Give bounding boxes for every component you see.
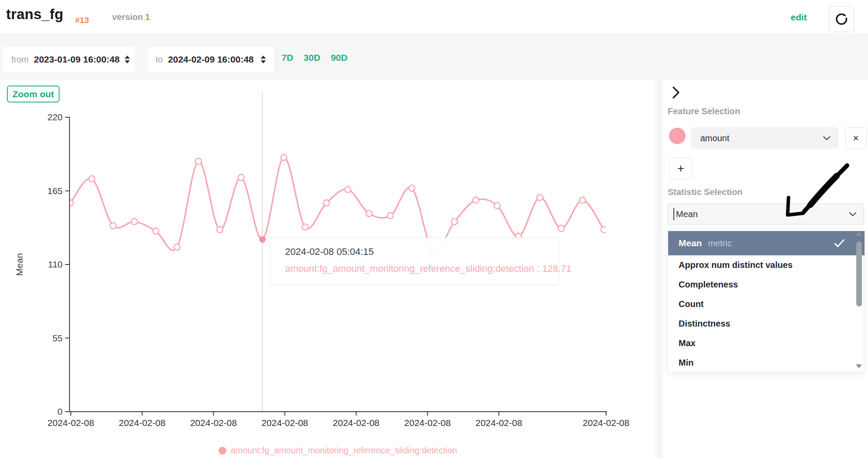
date-stepper-icon[interactable] — [261, 56, 266, 63]
statistic-select-value: Mean — [676, 209, 698, 219]
data-point-marker[interactable] — [131, 218, 137, 225]
dropdown-options-list: Approx num distinct valuesCompletenessCo… — [668, 255, 855, 373]
chevron-right-icon — [671, 85, 681, 100]
stepper-down-icon[interactable] — [261, 60, 266, 63]
data-point-marker[interactable] — [217, 227, 223, 233]
x-tick-label: 2024-02-08 — [475, 418, 522, 428]
x-tick-label: 2024-02-08 — [333, 418, 379, 428]
dropdown-option[interactable]: Min — [668, 353, 855, 373]
date-to-label: to — [156, 55, 163, 65]
dropdown-scrollbar[interactable] — [856, 232, 862, 368]
data-point-marker[interactable] — [323, 200, 329, 206]
dropdown-selected-label: Mean — [679, 238, 702, 248]
data-point-marker[interactable] — [67, 200, 73, 206]
version-value: 1 — [145, 12, 150, 22]
data-point-marker[interactable] — [152, 228, 159, 234]
y-tick-label: 55 — [53, 333, 63, 343]
feature-select[interactable]: amount — [691, 127, 838, 149]
range-7d-button[interactable]: 7D — [282, 53, 293, 63]
data-point-marker[interactable] — [473, 197, 479, 203]
text-caret — [673, 208, 674, 220]
statistic-select-input[interactable]: Mean — [668, 204, 864, 225]
remove-feature-button[interactable]: × — [845, 127, 867, 149]
data-point-marker[interactable] — [451, 218, 457, 225]
dropdown-selected-tag: metric — [708, 238, 732, 248]
app-header: trans_fg #13 version 1 edit — [0, 0, 868, 34]
edit-button[interactable]: edit — [791, 12, 807, 23]
data-point-marker[interactable] — [195, 159, 202, 165]
stepper-up-icon[interactable] — [261, 56, 266, 59]
dropdown-option-selected[interactable]: Mean metric — [668, 231, 865, 255]
range-30d-button[interactable]: 30D — [304, 53, 321, 63]
checkmark-icon — [833, 238, 845, 248]
x-tick-label: 2024-02-08 — [119, 418, 165, 428]
scroll-down-icon[interactable] — [856, 364, 862, 368]
date-to-input[interactable]: to 2024-02-09 16:00:48 — [148, 47, 274, 72]
scroll-up-icon[interactable] — [856, 232, 862, 236]
dropdown-option[interactable]: Approx num distinct values — [668, 255, 855, 275]
date-stepper-icon[interactable] — [125, 56, 130, 63]
data-point-marker[interactable] — [174, 244, 180, 250]
feature-selection-label: Feature Selection — [668, 106, 740, 116]
range-90d-button[interactable]: 90D — [331, 53, 348, 63]
statistic-selection-label: Statistic Selection — [668, 187, 742, 197]
x-tick-label: 2024-02-08 — [404, 418, 451, 428]
data-point-marker[interactable] — [601, 227, 607, 233]
y-axis-title: Mean — [14, 253, 24, 276]
chart-legend[interactable]: amount:fg_amount_monitoring_reference_sl… — [70, 446, 606, 456]
collapse-sidebar-button[interactable] — [671, 85, 685, 100]
data-point-marker[interactable] — [89, 176, 95, 182]
data-point-marker[interactable] — [110, 223, 116, 229]
dropdown-option[interactable]: Max — [668, 334, 855, 353]
settings-sidebar: Feature Selection amount × + Statistic S… — [663, 79, 868, 459]
date-to-value: 2024-02-09 16:00:48 — [168, 54, 254, 65]
data-point-marker[interactable] — [494, 202, 500, 208]
dropdown-option[interactable]: Distinctness — [668, 314, 855, 334]
stepper-up-icon[interactable] — [125, 56, 130, 59]
legend-label: amount:fg_amount_monitoring_reference_sl… — [231, 446, 457, 456]
dropdown-option[interactable]: Count — [668, 294, 855, 314]
scrollbar-thumb[interactable] — [856, 241, 862, 307]
chevron-down-icon — [823, 136, 831, 141]
refresh-icon — [834, 12, 849, 26]
y-tick-label: 110 — [48, 259, 63, 269]
version-label: version — [112, 12, 143, 22]
tooltip-series-value: amount:fg_amount_monitoring_reference_sl… — [285, 263, 544, 274]
data-point-marker[interactable] — [537, 195, 543, 201]
data-point-marker[interactable] — [580, 197, 586, 203]
selected-data-point[interactable] — [259, 236, 266, 243]
refresh-button[interactable] — [829, 6, 854, 32]
chart-panel: Zoom out 055110165220Mean2024-02-082024-… — [0, 79, 655, 459]
feature-select-value: amount — [700, 133, 729, 143]
data-point-marker[interactable] — [388, 213, 394, 219]
data-point-marker[interactable] — [281, 154, 287, 160]
y-tick-label: 220 — [47, 112, 63, 122]
feature-group-id-badge: #13 — [75, 16, 89, 25]
tooltip-timestamp: 2024-02-08 05:04:15 — [285, 246, 544, 258]
stepper-down-icon[interactable] — [125, 60, 130, 63]
x-tick-label: 2024-02-08 — [190, 418, 237, 428]
quick-range-group: 7D 30D 90D — [282, 53, 348, 63]
page-title: trans_fg — [6, 6, 63, 23]
add-feature-button[interactable]: + — [669, 158, 692, 179]
x-tick-label: 2024-02-08 — [262, 418, 308, 428]
chevron-down-icon — [849, 212, 857, 217]
legend-dot-icon — [219, 447, 226, 455]
data-point-marker[interactable] — [409, 185, 415, 191]
data-point-marker[interactable] — [558, 225, 564, 231]
data-point-marker[interactable] — [345, 186, 351, 192]
x-tick-label: 2024-02-08 — [583, 418, 629, 428]
series-color-dot — [669, 128, 686, 144]
data-point-marker[interactable] — [366, 211, 372, 217]
page-background: from 2023-01-09 16:00:48 to 2024-02-09 1… — [0, 34, 868, 459]
y-tick-label: 165 — [47, 186, 63, 196]
date-from-value: 2023-01-09 16:00:48 — [34, 54, 119, 65]
data-point-marker[interactable] — [238, 175, 244, 181]
chart-tooltip: 2024-02-08 05:04:15 amount:fg_amount_mon… — [270, 238, 559, 285]
data-point-marker[interactable] — [302, 224, 308, 230]
x-tick-label: 2024-02-08 — [47, 418, 94, 428]
dropdown-option[interactable]: Completeness — [668, 275, 855, 294]
y-tick-label: 0 — [57, 406, 63, 416]
date-from-input[interactable]: from 2023-01-09 16:00:48 — [3, 47, 135, 72]
date-from-label: from — [11, 55, 29, 65]
